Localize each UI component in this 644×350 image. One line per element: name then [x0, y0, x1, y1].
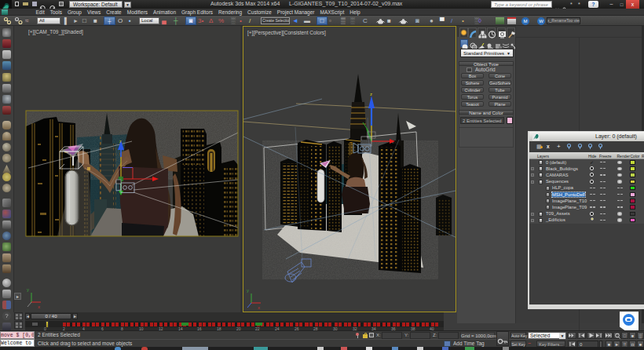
svg-text:x: x [258, 305, 260, 310]
svg-text:y: y [247, 288, 249, 293]
svg-text:x: x [38, 304, 40, 309]
svg-text:z: z [370, 92, 372, 97]
svg-text:y: y [27, 287, 29, 292]
